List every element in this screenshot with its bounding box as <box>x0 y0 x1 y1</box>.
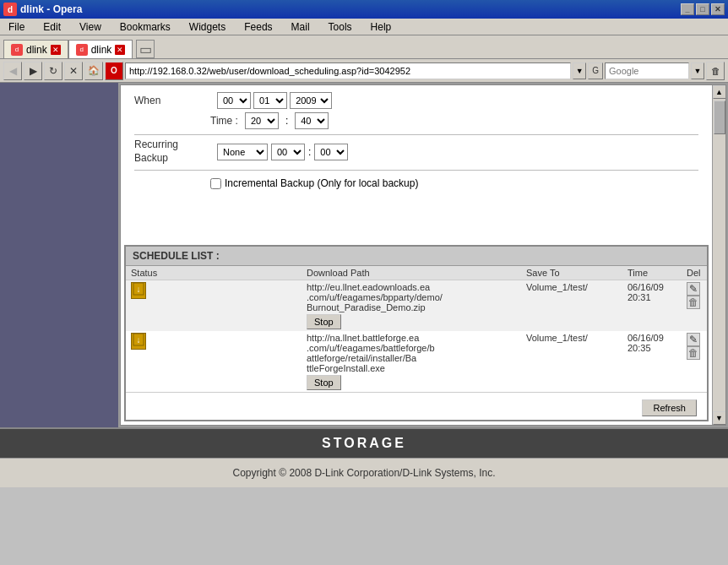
menu-edit[interactable]: Edit <box>38 19 66 35</box>
row2-edit-icon[interactable]: ✎ <box>687 333 700 346</box>
row1-delete-icon[interactable]: 🗑 <box>687 296 700 309</box>
svg-text:↓: ↓ <box>137 335 141 345</box>
search-dropdown-button[interactable]: ▼ <box>691 62 704 79</box>
form-divider-1 <box>134 134 698 135</box>
col-download-path: Download Path <box>302 266 521 280</box>
row2-status: ↓ <box>126 331 302 392</box>
tab-close-1[interactable]: ✕ <box>51 45 61 55</box>
storage-footer: STORAGE <box>0 427 728 458</box>
tab-favicon-2: d <box>76 44 88 56</box>
scroll-thumb[interactable] <box>714 101 725 134</box>
row2-time: 06/16/0920:35 <box>622 331 682 392</box>
download-icon-2: ↓ <box>133 334 144 349</box>
row1-edit-icon[interactable]: ✎ <box>687 282 700 296</box>
row2-path: http://na.llnet.battleforge.ea.com/u/f/e… <box>302 331 521 392</box>
address-input[interactable] <box>125 62 571 79</box>
close-button[interactable]: ✕ <box>711 3 725 15</box>
row2-actions: ✎ 🗑 <box>682 331 707 392</box>
date-fields-placeholder: 0001 01 2009 <box>217 92 332 109</box>
row1-path-text: http://eu.llnet.eadownloads.ea.com/u/f/e… <box>307 282 516 312</box>
menu-file[interactable]: File <box>3 19 30 35</box>
menu-bookmarks[interactable]: Bookmarks <box>115 19 176 35</box>
new-tab-button[interactable]: ▭ <box>136 40 155 58</box>
col-save-to: Save To <box>521 266 622 280</box>
reload-button[interactable]: ↻ <box>44 62 62 80</box>
when-controls: 0001 01 2009 <box>217 92 332 109</box>
month-select[interactable]: 01 <box>253 92 287 109</box>
table-row: ↓ http://na.llnet.battleforge.ea.com/u/f… <box>126 331 707 392</box>
col-time: Time <box>622 266 682 280</box>
storage-label: STORAGE <box>322 436 406 450</box>
menu-feeds[interactable]: Feeds <box>239 19 277 35</box>
back-button[interactable]: ◀ <box>3 62 22 80</box>
row1-status-icon: ↓ <box>131 282 146 299</box>
form-divider-2 <box>134 170 698 171</box>
vertical-scrollbar: ▲ ▼ <box>712 85 725 425</box>
col-del: Del <box>682 266 707 280</box>
forward-button[interactable]: ▶ <box>24 62 42 80</box>
row2-stop-button[interactable]: Stop <box>307 375 341 390</box>
menu-widgets[interactable]: Widgets <box>184 19 231 35</box>
address-dropdown-button[interactable]: ▼ <box>573 62 586 79</box>
row2-save-to: Volume_1/test/ <box>521 331 622 392</box>
row2-path-text: http://na.llnet.battleforge.ea.com/u/f/e… <box>307 333 516 373</box>
incremental-backup-checkbox[interactable] <box>210 178 221 189</box>
minimize-button[interactable]: _ <box>681 3 694 15</box>
recurring-colon: : <box>308 146 311 158</box>
search-input[interactable] <box>605 62 689 79</box>
schedule-list-header: SCHEDULE LIST : <box>126 247 707 266</box>
recurring-label: RecurringBackup <box>134 139 210 165</box>
recurring-hour-select[interactable]: 00 <box>271 144 305 160</box>
maximize-button[interactable]: □ <box>696 3 709 15</box>
col-status: Status <box>126 266 302 280</box>
sidebar <box>0 83 118 427</box>
menu-tools[interactable]: Tools <box>323 19 357 35</box>
trash-button[interactable]: 🗑 <box>706 62 725 80</box>
refresh-button[interactable]: Refresh <box>642 399 697 416</box>
incremental-backup-label: Incremental Backup (Only for local backu… <box>225 177 418 189</box>
when-label: When <box>134 95 210 106</box>
time-row: Time : 20 : 40 <box>210 112 698 129</box>
recurring-select[interactable]: None <box>217 144 268 160</box>
recurring-min-select[interactable]: 00 <box>314 144 348 160</box>
copyright-text: Copyright © 2008 D-Link Corporation/D-Li… <box>233 467 496 479</box>
home-button[interactable]: 🏠 <box>84 62 103 80</box>
when-row: When 0001 01 2009 <box>134 92 698 109</box>
opera-menu-button[interactable]: O <box>105 62 123 80</box>
menu-bar: File Edit View Bookmarks Widgets Feeds M… <box>0 19 728 35</box>
row1-time: 06/16/0920:31 <box>622 280 682 332</box>
time-label: Time : <box>210 115 238 127</box>
menu-mail[interactable]: Mail <box>286 19 315 35</box>
scroll-down-arrow[interactable]: ▼ <box>713 411 726 425</box>
tab-dlink-1[interactable]: d dlink ✕ <box>3 40 68 58</box>
scroll-up-arrow[interactable]: ▲ <box>713 85 726 99</box>
empty-spacer <box>121 199 712 242</box>
time-minute-select[interactable]: 40 <box>295 112 329 129</box>
tab-close-2[interactable]: ✕ <box>115 45 125 55</box>
tab-dlink-2[interactable]: d dlink ✕ <box>68 40 133 58</box>
window-controls: _ □ ✕ <box>681 3 725 15</box>
menu-help[interactable]: Help <box>366 19 397 35</box>
incremental-backup-row: Incremental Backup (Only for local backu… <box>210 174 698 193</box>
svg-text:↓: ↓ <box>137 285 141 294</box>
time-hour-select[interactable]: 20 <box>245 112 279 129</box>
row1-path: http://eu.llnet.eadownloads.ea.com/u/f/e… <box>302 280 521 332</box>
row1-status: ↓ <box>126 280 302 332</box>
stop-button[interactable]: ✕ <box>64 62 83 80</box>
day-select[interactable]: 0001 <box>217 92 251 109</box>
window-title-bar: d dlink - Opera _ □ ✕ <box>0 0 728 19</box>
search-engine-icon[interactable]: G <box>588 62 603 79</box>
address-bar: ▼ <box>125 62 586 79</box>
time-colon: : <box>285 115 288 127</box>
recurring-row: RecurringBackup None 00 : 00 <box>134 139 698 165</box>
window-favicon: d <box>3 3 17 16</box>
row2-delete-icon[interactable]: 🗑 <box>687 346 700 360</box>
year-select[interactable]: 2009 <box>290 92 332 109</box>
tab-label-1: dlink <box>26 44 47 56</box>
schedule-table: Status Download Path Save To Time Del <box>126 266 707 392</box>
row1-stop-button[interactable]: Stop <box>307 314 341 329</box>
schedule-list-section: SCHEDULE LIST : Status Download Path Sav… <box>124 245 709 421</box>
schedule-table-header-row: Status Download Path Save To Time Del <box>126 266 707 280</box>
menu-view[interactable]: View <box>74 19 106 35</box>
copyright-footer: Copyright © 2008 D-Link Corporation/D-Li… <box>0 458 728 487</box>
